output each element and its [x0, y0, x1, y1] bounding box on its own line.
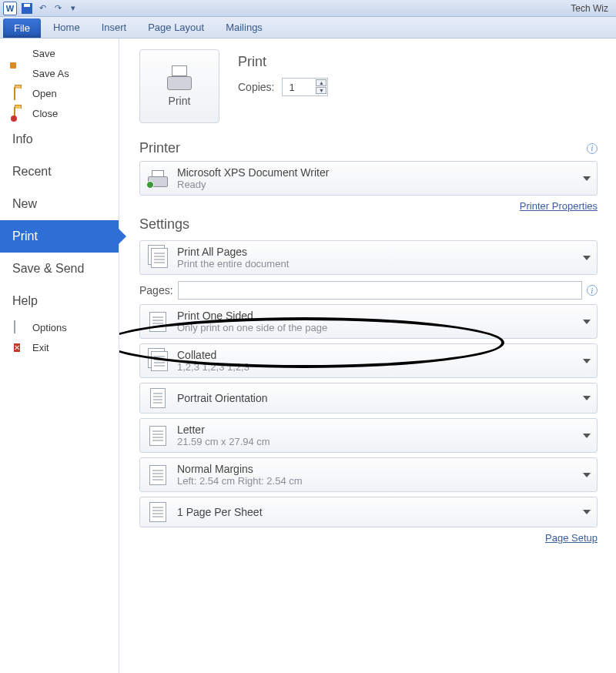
exit-icon: ✕: [14, 341, 26, 353]
nav-label: Options: [32, 322, 67, 333]
print-heading: Print: [238, 54, 328, 70]
collate-icon: [146, 351, 169, 371]
save-icon: [14, 47, 26, 59]
printer-heading: Printer: [139, 140, 180, 156]
nav-label: Save: [32, 48, 55, 59]
tab-insert[interactable]: Insert: [91, 17, 138, 38]
setting-orientation-dropdown[interactable]: Portrait Orientation: [139, 383, 598, 414]
settings-heading: Settings: [139, 216, 598, 233]
nav-open[interactable]: Open: [0, 83, 119, 103]
nav-options[interactable]: Options: [0, 317, 119, 337]
printer-properties-link[interactable]: Printer Properties: [520, 200, 598, 212]
backstage-nav: Save Save As Open Close Info Recent New …: [0, 39, 119, 673]
paper-size-icon: [146, 426, 169, 446]
setting-pages-per-sheet-dropdown[interactable]: 1 Page Per Sheet: [139, 497, 598, 527]
nav-recent[interactable]: Recent: [0, 156, 119, 188]
folder-open-icon: [14, 87, 26, 99]
setting-title: Print All Pages: [177, 246, 289, 258]
setting-sub: 21.59 cm x 27.94 cm: [177, 436, 270, 447]
copies-up-icon[interactable]: ▲: [316, 79, 326, 86]
printer-name: Microsoft XPS Document Writer: [177, 166, 329, 179]
nav-save-send[interactable]: Save & Send: [0, 253, 119, 285]
printer-info-icon[interactable]: i: [587, 143, 598, 154]
options-icon: [14, 321, 26, 333]
title-bar: W ↶ ↷ ▾ Tech Wiz: [0, 0, 616, 17]
setting-title: Letter: [177, 424, 270, 436]
tab-file[interactable]: File: [3, 18, 41, 38]
chevron-down-icon: [583, 473, 591, 477]
one-sided-icon: [146, 312, 169, 332]
setting-title: 1 Page Per Sheet: [177, 506, 263, 518]
setting-collate-dropdown[interactable]: Collated 1,2,3 1,2,3 1,2,3: [139, 343, 598, 378]
copies-down-icon[interactable]: ▼: [316, 87, 326, 94]
printer-dropdown[interactable]: Microsoft XPS Document Writer Ready: [139, 161, 598, 196]
margins-icon: [146, 465, 169, 485]
word-app-icon: W: [3, 2, 17, 15]
pages-info-icon[interactable]: i: [587, 285, 598, 296]
tab-home[interactable]: Home: [42, 17, 91, 38]
print-button-label: Print: [169, 95, 191, 107]
pages-icon: [146, 248, 169, 268]
print-button[interactable]: Print: [139, 49, 219, 123]
nav-save[interactable]: Save: [0, 43, 119, 63]
page-setup-link[interactable]: Page Setup: [545, 532, 598, 544]
setting-sub: Print the entire document: [177, 258, 289, 270]
setting-title: Print One Sided: [177, 310, 327, 322]
qat-redo-icon[interactable]: ↷: [51, 2, 65, 15]
nav-exit[interactable]: ✕ Exit: [0, 337, 119, 357]
pages-per-sheet-icon: [146, 502, 169, 522]
qat-customize-icon[interactable]: ▾: [66, 2, 80, 15]
tab-page-layout[interactable]: Page Layout: [137, 17, 215, 38]
setting-title: Portrait Orientation: [177, 392, 268, 404]
chevron-down-icon: [583, 320, 591, 324]
nav-save-as[interactable]: Save As: [0, 63, 119, 83]
pages-input[interactable]: [178, 281, 582, 300]
setting-sub: Left: 2.54 cm Right: 2.54 cm: [177, 475, 303, 487]
nav-info[interactable]: Info: [0, 123, 119, 156]
nav-print[interactable]: Print: [0, 220, 119, 253]
pages-label: Pages:: [139, 284, 173, 296]
save-as-icon: [14, 67, 26, 79]
print-pane: Print Print Copies: ▲ ▼: [119, 39, 616, 673]
setting-margins-dropdown[interactable]: Normal Margins Left: 2.54 cm Right: 2.54…: [139, 457, 598, 492]
nav-close[interactable]: Close: [0, 103, 119, 123]
setting-sub: Only print on one side of the page: [177, 322, 327, 333]
printer-status-icon: [146, 169, 169, 189]
copies-stepper[interactable]: ▲ ▼: [282, 78, 328, 96]
setting-print-range-dropdown[interactable]: Print All Pages Print the entire documen…: [139, 240, 598, 275]
ribbon-tabs: File Home Insert Page Layout Mailings: [0, 17, 616, 39]
nav-label: Open: [32, 88, 57, 99]
printer-icon: [164, 65, 195, 90]
chevron-down-icon: [583, 176, 591, 181]
printer-status: Ready: [177, 179, 329, 190]
tab-mailings[interactable]: Mailings: [215, 17, 273, 38]
chevron-down-icon: [583, 510, 591, 514]
setting-sub: 1,2,3 1,2,3 1,2,3: [177, 361, 249, 373]
chevron-down-icon: [583, 359, 591, 363]
chevron-down-icon: [583, 256, 591, 260]
nav-help[interactable]: Help: [0, 285, 119, 317]
chevron-down-icon: [583, 434, 591, 438]
app-window: W ↶ ↷ ▾ Tech Wiz File Home Insert Page L…: [0, 0, 616, 673]
setting-duplex-dropdown[interactable]: Print One Sided Only print on one side o…: [139, 304, 598, 339]
folder-close-icon: [14, 107, 26, 119]
nav-label: Close: [32, 108, 58, 119]
copies-label: Copies:: [238, 81, 274, 93]
chevron-down-icon: [583, 396, 591, 400]
nav-label: Save As: [32, 68, 69, 79]
window-title: Tech Wiz: [571, 3, 613, 14]
setting-title: Collated: [177, 349, 249, 361]
nav-new[interactable]: New: [0, 188, 119, 220]
nav-label: Exit: [32, 342, 49, 353]
setting-paper-size-dropdown[interactable]: Letter 21.59 cm x 27.94 cm: [139, 418, 598, 453]
qat-undo-icon[interactable]: ↶: [35, 2, 49, 15]
setting-title: Normal Margins: [177, 463, 303, 475]
backstage: Save Save As Open Close Info Recent New …: [0, 39, 616, 673]
qat-save-icon[interactable]: [20, 2, 34, 15]
portrait-icon: [146, 388, 169, 408]
